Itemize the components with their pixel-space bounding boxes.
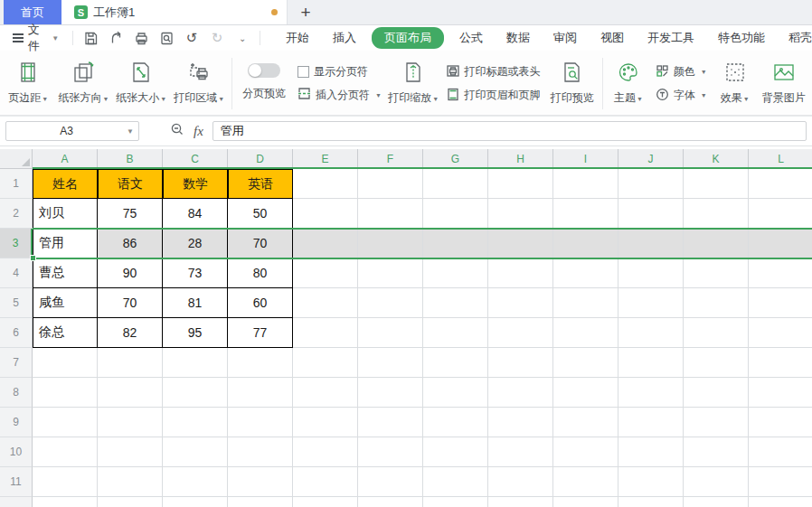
cell-D9[interactable] xyxy=(228,408,293,437)
cell-K10[interactable] xyxy=(684,437,749,467)
cell-E9[interactable] xyxy=(293,408,358,437)
cell-B4[interactable]: 90 xyxy=(98,258,163,288)
cell-H5[interactable] xyxy=(488,288,553,318)
insert-function-icon[interactable]: fx xyxy=(194,124,203,139)
row-header-6[interactable]: 6 xyxy=(0,318,33,348)
row-header-10[interactable]: 10 xyxy=(0,437,33,467)
zoom-out-icon[interactable] xyxy=(170,122,184,140)
cell-B8[interactable] xyxy=(98,378,163,408)
column-header-E[interactable]: E xyxy=(293,149,358,169)
cell-K2[interactable] xyxy=(684,199,749,229)
cell-K1[interactable] xyxy=(684,169,749,199)
cell-B6[interactable]: 82 xyxy=(98,318,163,348)
cell-E12[interactable] xyxy=(293,497,358,507)
cell-D7[interactable] xyxy=(228,348,293,378)
cell-D12[interactable] xyxy=(228,497,293,507)
fill-handle[interactable] xyxy=(30,255,36,261)
cell-C12[interactable] xyxy=(163,497,228,507)
cell-J3[interactable] xyxy=(618,229,684,258)
new-tab-button[interactable]: + xyxy=(288,0,324,24)
cell-F2[interactable] xyxy=(358,199,423,229)
cell-F8[interactable] xyxy=(358,378,423,408)
menu-tab-2[interactable]: 页面布局 xyxy=(372,27,444,49)
print-preview-button[interactable] xyxy=(156,28,177,48)
print-area-button[interactable]: 打印区域▼ xyxy=(170,54,228,113)
cell-F3[interactable] xyxy=(358,229,423,258)
redo-button[interactable]: ↻ xyxy=(206,28,228,48)
cell-K5[interactable] xyxy=(684,288,749,318)
cell-K3[interactable] xyxy=(684,229,749,258)
cell-L11[interactable] xyxy=(749,467,812,497)
row-header-7[interactable]: 7 xyxy=(0,348,33,378)
cell-L9[interactable] xyxy=(749,408,812,437)
column-header-D[interactable]: D xyxy=(228,149,293,169)
cell-F1[interactable] xyxy=(358,169,423,199)
cell-K9[interactable] xyxy=(684,408,749,437)
cell-B11[interactable] xyxy=(98,467,163,497)
cell-L6[interactable] xyxy=(749,318,812,348)
cell-B3[interactable]: 86 xyxy=(98,229,163,258)
cell-I12[interactable] xyxy=(553,497,618,507)
export-button[interactable] xyxy=(105,28,127,48)
cell-H7[interactable] xyxy=(488,348,553,378)
cell-E5[interactable] xyxy=(293,288,358,318)
cell-E11[interactable] xyxy=(293,467,358,497)
cell-H11[interactable] xyxy=(488,467,553,497)
row-header-4[interactable]: 4 xyxy=(0,258,33,288)
effects-button[interactable]: 效果▼ xyxy=(713,54,758,113)
column-header-F[interactable]: F xyxy=(358,149,423,169)
cell-J9[interactable] xyxy=(618,408,684,437)
cell-J7[interactable] xyxy=(618,348,684,378)
cell-A4[interactable]: 曹总 xyxy=(33,258,98,288)
menu-tab-8[interactable]: 特色功能 xyxy=(706,27,777,49)
cell-H6[interactable] xyxy=(488,318,553,348)
menu-tab-0[interactable]: 开始 xyxy=(274,27,321,49)
cell-L5[interactable] xyxy=(749,288,812,318)
cell-C9[interactable] xyxy=(163,408,228,437)
cell-G9[interactable] xyxy=(423,408,488,437)
fonts-row[interactable]: 字体 ▼ xyxy=(656,88,707,104)
cell-A12[interactable] xyxy=(33,497,98,507)
cell-C6[interactable]: 95 xyxy=(163,318,228,348)
more-commands-icon[interactable]: ⌄ xyxy=(231,28,253,48)
cell-K6[interactable] xyxy=(684,318,749,348)
print-scaling-button[interactable]: 打印缩放▼ xyxy=(387,54,440,113)
cell-D2[interactable]: 50 xyxy=(228,199,293,229)
cell-K7[interactable] xyxy=(684,348,749,378)
cell-L2[interactable] xyxy=(749,199,812,229)
cell-J5[interactable] xyxy=(618,288,684,318)
column-header-B[interactable]: B xyxy=(98,149,163,169)
cell-E3[interactable] xyxy=(293,229,358,258)
cell-L10[interactable] xyxy=(749,437,812,467)
cell-D1[interactable]: 英语 xyxy=(228,169,293,199)
column-header-A[interactable]: A xyxy=(33,149,98,169)
row-header-9[interactable]: 9 xyxy=(0,408,33,437)
margins-button[interactable]: 页边距▼ xyxy=(2,54,55,113)
cell-B5[interactable]: 70 xyxy=(98,288,163,318)
column-header-C[interactable]: C xyxy=(163,149,228,169)
cell-C8[interactable] xyxy=(163,378,228,408)
print-button[interactable] xyxy=(130,28,152,48)
print-header-footer-row[interactable]: 打印页眉和页脚 xyxy=(446,88,541,104)
cell-I5[interactable] xyxy=(553,288,618,318)
cell-D3[interactable]: 70 xyxy=(228,229,293,258)
cell-D10[interactable] xyxy=(228,437,293,467)
cell-E4[interactable] xyxy=(293,258,358,288)
cell-A6[interactable]: 徐总 xyxy=(33,318,98,348)
cell-A1[interactable]: 姓名 xyxy=(33,169,98,199)
cell-C4[interactable]: 73 xyxy=(163,258,228,288)
cell-F12[interactable] xyxy=(358,497,423,507)
document-tab[interactable]: S 工作簿1 xyxy=(61,0,288,24)
home-tab[interactable]: 首页 xyxy=(4,0,61,24)
cell-G11[interactable] xyxy=(423,467,488,497)
cell-F7[interactable] xyxy=(358,348,423,378)
cell-F11[interactable] xyxy=(358,467,423,497)
cell-G3[interactable] xyxy=(423,229,488,258)
cell-H4[interactable] xyxy=(488,258,553,288)
background-image-button[interactable]: 背景图片 xyxy=(757,54,810,113)
name-box[interactable]: A3 ▼ xyxy=(5,121,139,141)
cell-I10[interactable] xyxy=(553,437,618,467)
cell-G6[interactable] xyxy=(423,318,488,348)
cell-A5[interactable]: 咸鱼 xyxy=(33,288,98,318)
colors-row[interactable]: 颜色 ▼ xyxy=(656,64,707,80)
